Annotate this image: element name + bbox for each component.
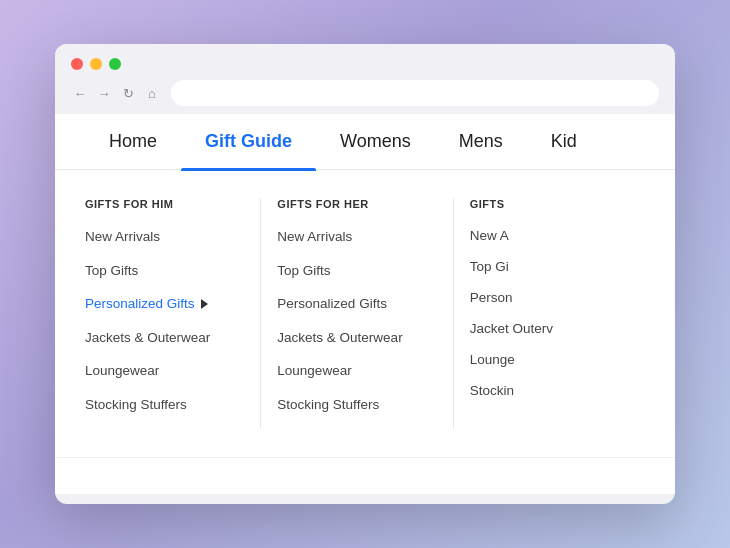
- dropdown-item-her-top-gifts[interactable]: Top Gifts: [277, 262, 436, 280]
- nav-item-gift-guide[interactable]: Gift Guide: [181, 114, 316, 170]
- cursor-icon: [201, 299, 208, 309]
- home-icon[interactable]: ⌂: [143, 84, 161, 102]
- browser-window: ← → ↻ ⌂ Home Gift Guide Womens Mens Kid …: [55, 44, 675, 504]
- browser-chrome: ← → ↻ ⌂: [55, 44, 675, 114]
- dropdown-panel: GIFTS FOR HIM New Arrivals Top Gifts Per…: [55, 170, 675, 458]
- dropdown-item-him-top-gifts[interactable]: Top Gifts: [85, 262, 244, 280]
- nav-item-home[interactable]: Home: [85, 114, 181, 170]
- dropdown-item-her-new-arrivals[interactable]: New Arrivals: [277, 228, 436, 246]
- site-nav: Home Gift Guide Womens Mens Kid: [55, 114, 675, 170]
- dropdown-item-him-loungewear[interactable]: Loungewear: [85, 362, 244, 380]
- forward-icon[interactable]: →: [95, 84, 113, 102]
- dropdown-item-her-stocking[interactable]: Stocking Stuffers: [277, 396, 436, 414]
- dropdown-item-partial-1[interactable]: Top Gi: [470, 259, 629, 274]
- dropdown-item-partial-0[interactable]: New A: [470, 228, 629, 243]
- browser-toolbar: ← → ↻ ⌂: [71, 80, 659, 106]
- nav-item-mens[interactable]: Mens: [435, 114, 527, 170]
- dropdown-item-her-loungewear[interactable]: Loungewear: [277, 362, 436, 380]
- refresh-icon[interactable]: ↻: [119, 84, 137, 102]
- dropdown-item-partial-2[interactable]: Person: [470, 290, 629, 305]
- dot-red[interactable]: [71, 58, 83, 70]
- dropdown-item-him-stocking[interactable]: Stocking Stuffers: [85, 396, 244, 414]
- nav-item-kids[interactable]: Kid: [527, 114, 601, 170]
- address-bar[interactable]: [171, 80, 659, 106]
- column-header-her: GIFTS FOR HER: [277, 198, 436, 210]
- dropdown-item-partial-4[interactable]: Lounge: [470, 352, 629, 367]
- dot-green[interactable]: [109, 58, 121, 70]
- browser-content: Home Gift Guide Womens Mens Kid GIFTS FO…: [55, 114, 675, 494]
- column-header-partial: GIFTS: [470, 198, 629, 210]
- browser-dots: [71, 58, 659, 70]
- dropdown-item-partial-5[interactable]: Stockin: [470, 383, 629, 398]
- dot-yellow[interactable]: [90, 58, 102, 70]
- dropdown-item-him-personalized[interactable]: Personalized Gifts: [85, 295, 244, 313]
- dropdown-column-her: GIFTS FOR HER New Arrivals Top Gifts Per…: [261, 198, 453, 429]
- dropdown-item-her-personalized[interactable]: Personalized Gifts: [277, 295, 436, 313]
- column-header-him: GIFTS FOR HIM: [85, 198, 244, 210]
- dropdown-item-him-jackets[interactable]: Jackets & Outerwear: [85, 329, 244, 347]
- dropdown-column-him: GIFTS FOR HIM New Arrivals Top Gifts Per…: [85, 198, 261, 429]
- dropdown-item-partial-3[interactable]: Jacket Outerv: [470, 321, 629, 336]
- dropdown-item-her-jackets[interactable]: Jackets & Outerwear: [277, 329, 436, 347]
- back-icon[interactable]: ←: [71, 84, 89, 102]
- nav-icons: ← → ↻ ⌂: [71, 84, 161, 102]
- dropdown-column-partial: GIFTS New A Top Gi Person Jacket Outerv …: [454, 198, 645, 429]
- dropdown-item-him-new-arrivals[interactable]: New Arrivals: [85, 228, 244, 246]
- nav-item-womens[interactable]: Womens: [316, 114, 435, 170]
